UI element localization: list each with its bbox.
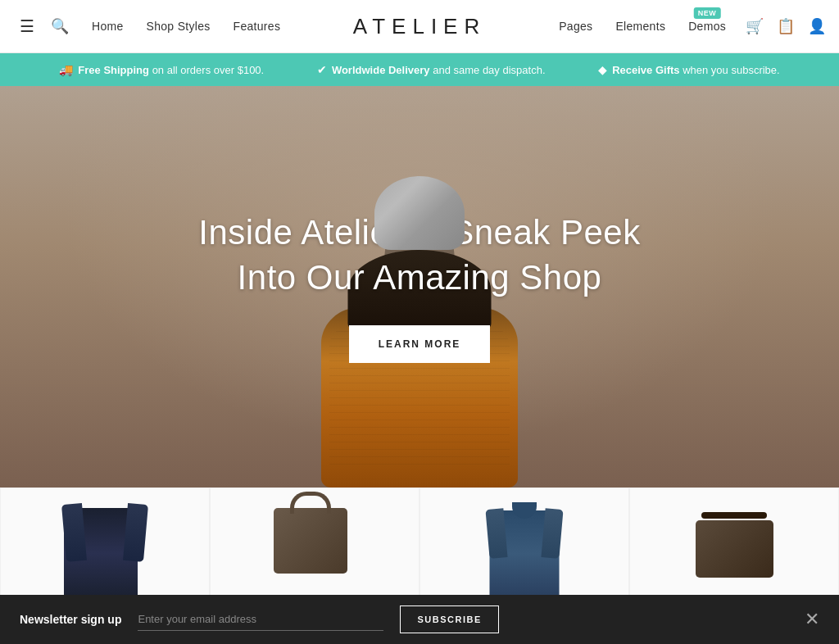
account-icon[interactable]: 👤 [808,17,826,35]
nav-right-icons: 🛒 📋 👤 [746,17,826,35]
promo-delivery: ✔ Worldwide Delivery and same day dispat… [317,63,546,76]
nav-links: Home Shop Styles Features [92,20,280,33]
hero-cta-button[interactable]: LEARN MORE [349,325,491,363]
promo-gifts: ◆ Receive Gifts when you subscribe. [598,63,780,76]
product-card-jacket[interactable] [0,488,210,610]
nav-demos-wrap: NEW Demos [688,19,726,34]
gifts-icon: ◆ [598,63,607,76]
hamburger-icon[interactable]: ☰ [13,10,41,43]
search-icon[interactable]: 🔍 [44,11,75,42]
nav-home[interactable]: Home [92,20,124,33]
product-grid [0,488,839,610]
nav-pages[interactable]: Pages [559,20,592,33]
product-card-bag[interactable] [210,488,420,610]
product-card-shirt[interactable] [420,488,629,610]
navbar: ☰ 🔍 Home Shop Styles Features ATELIER Pa… [0,0,839,53]
nav-demos[interactable]: Demos [688,20,726,33]
promo-shipping-text: Free Shipping on all orders over $100. [78,64,264,76]
new-badge: NEW [694,7,721,19]
promo-gifts-text: Receive Gifts when you subscribe. [612,64,780,76]
nav-links-right: Pages Elements NEW Demos [559,19,726,34]
newsletter-subscribe-button[interactable]: SUBSCRIBE [400,605,498,610]
wishlist-icon[interactable]: 📋 [777,17,795,35]
promo-shipping: 🚚 Free Shipping on all orders over $100. [59,63,264,76]
nav-shop-styles[interactable]: Shop Styles [147,20,211,33]
promo-delivery-text: Worldwide Delivery and same day dispatch… [332,64,546,76]
delivery-icon: ✔ [317,63,327,76]
nav-elements[interactable]: Elements [615,20,665,33]
cart-icon[interactable]: 🛒 [746,17,764,35]
nav-features[interactable]: Features [234,20,281,33]
hero-section: Inside Atelier: A Sneak Peek Into Our Am… [0,86,839,488]
promo-bar: 🚚 Free Shipping on all orders over $100.… [0,53,839,86]
shipping-icon: 🚚 [59,63,73,76]
newsletter-bar: Newsletter sign up SUBSCRIBE ✕ [0,595,839,610]
site-logo[interactable]: ATELIER [353,14,486,39]
newsletter-email-input[interactable] [138,608,383,610]
product-card-belt-bag[interactable] [629,488,839,610]
